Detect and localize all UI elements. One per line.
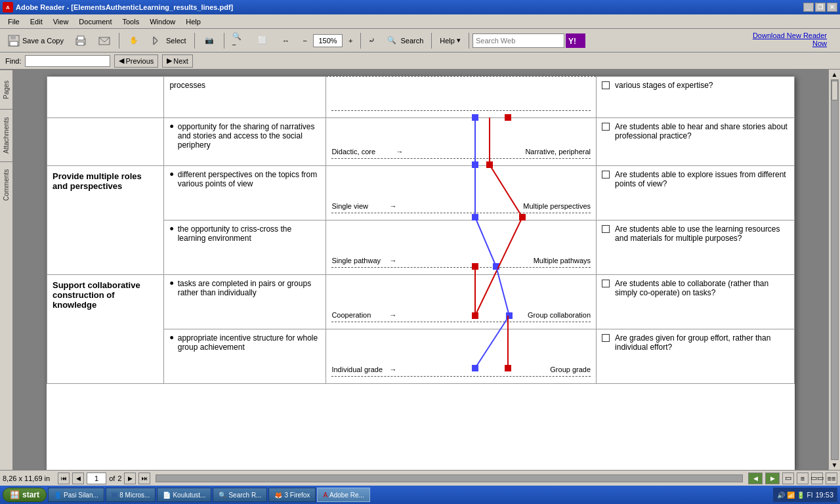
continuum-cell-narrative: Didactic, core → Narrative, peripheral bbox=[326, 118, 597, 166]
clock: 19:53 bbox=[815, 491, 833, 499]
arrow-perspectives-2: → bbox=[389, 257, 396, 264]
prev-page-button[interactable]: ◀ bbox=[72, 472, 84, 484]
search-toolbar-button[interactable]: 🔍 Search bbox=[381, 32, 428, 50]
table-row-perspectives-1: Provide multiple roles and perspectives … bbox=[47, 166, 795, 220]
horizontal-scrollbar[interactable] bbox=[156, 474, 743, 482]
zoom-level-input[interactable]: 150% bbox=[313, 34, 343, 47]
taskbar-item-firefox[interactable]: 🦊 3 Firefox bbox=[268, 488, 316, 502]
taskbar-icon-koulutust: 📄 bbox=[163, 492, 171, 499]
cont-right-perspectives-1: Multiple perspectives bbox=[402, 202, 591, 210]
fit-width-button[interactable]: ↔ bbox=[275, 32, 297, 50]
select-icon bbox=[151, 34, 164, 47]
arrow-collab-2: → bbox=[389, 366, 396, 373]
main-area: Pages Attachments Comments bbox=[0, 70, 840, 470]
menu-window[interactable]: Window bbox=[144, 16, 180, 27]
table-row-collab-1: Support collaborative construction of kn… bbox=[47, 275, 795, 329]
find-input[interactable] bbox=[25, 55, 110, 67]
previous-button[interactable]: ◀ Previous bbox=[114, 54, 158, 68]
select-tool-button[interactable]: Select bbox=[146, 32, 191, 50]
menu-view[interactable]: View bbox=[48, 16, 74, 27]
zoom-minus-button[interactable]: − bbox=[299, 32, 312, 50]
taskbar-item-adobe[interactable]: A Adobe Re... bbox=[317, 488, 369, 502]
search-web-input[interactable] bbox=[472, 33, 564, 48]
yahoo-button[interactable]: Y! bbox=[566, 33, 585, 48]
zoom-plus-button[interactable]: + bbox=[344, 32, 357, 50]
checkbox-collab-1: Are students able to collaborate (rather… bbox=[602, 279, 789, 297]
save-icon bbox=[7, 34, 20, 47]
checkbox-icon-processes[interactable] bbox=[602, 81, 610, 89]
nav-forward-button[interactable]: ▶ bbox=[765, 472, 780, 484]
indicator-text-collab-1: tasks are completed in pairs or groups r… bbox=[178, 279, 321, 297]
prev-arrow-icon: ◀ bbox=[119, 56, 124, 65]
checkbox-icon-perspectives-1[interactable] bbox=[602, 171, 610, 178]
menu-document[interactable]: Document bbox=[74, 16, 117, 27]
next-page-button[interactable]: ▶ bbox=[124, 472, 136, 484]
fit-page-button[interactable]: ⬜ bbox=[251, 32, 274, 50]
single-page-view-button[interactable]: ▭ bbox=[782, 472, 794, 484]
select-label: Select bbox=[166, 37, 186, 45]
two-page-view-button[interactable]: ▭▭ bbox=[811, 472, 823, 484]
svg-rect-1 bbox=[10, 35, 16, 39]
email-button[interactable] bbox=[93, 32, 116, 50]
indicator-text-narrative: opportunity for the sharing of narrative… bbox=[178, 122, 321, 150]
scroll-up-arrow[interactable]: ▲ bbox=[831, 71, 838, 78]
sidebar-tab-attachments[interactable]: Attachments bbox=[0, 109, 12, 161]
menu-help[interactable]: Help bbox=[180, 16, 206, 27]
two-page-continuous-button[interactable]: ≡≡ bbox=[826, 472, 837, 484]
svg-rect-2 bbox=[10, 41, 18, 46]
continuous-view-button[interactable]: ≡ bbox=[797, 472, 808, 484]
checkbox-icon-collab-2[interactable] bbox=[602, 334, 610, 342]
close-button[interactable]: ✕ bbox=[827, 3, 837, 12]
question-text-perspectives-1: Are students able to explore issues from… bbox=[615, 170, 789, 188]
content-table: processes various sta bbox=[47, 76, 795, 384]
arrow-narrative: → bbox=[396, 148, 403, 156]
save-copy-label: Save a Copy bbox=[22, 37, 64, 45]
menu-file[interactable]: File bbox=[3, 16, 25, 27]
continuum-cell-perspectives-1: Single view → Multiple perspectives bbox=[326, 166, 597, 220]
zoom-out-button[interactable]: 🔍− bbox=[228, 32, 250, 50]
checkbox-icon-collab-1[interactable] bbox=[602, 280, 610, 287]
separator-6 bbox=[469, 33, 469, 49]
nav-back-button[interactable]: ◀ bbox=[748, 472, 763, 484]
checkbox-icon-narrative[interactable] bbox=[602, 123, 610, 131]
next-button[interactable]: ▶ Next bbox=[162, 54, 193, 68]
indicators-cell-perspectives-2: • the opportunity to criss-cross the lea… bbox=[164, 220, 326, 275]
help-button[interactable]: Help ▾ bbox=[435, 32, 465, 50]
page-number-input[interactable]: 1 bbox=[87, 472, 106, 484]
title-bar: A Adobe Reader - [ElementsAuthenticLearn… bbox=[0, 0, 840, 14]
sidebar-tab-comments[interactable]: Comments bbox=[0, 161, 12, 207]
scroll-down-arrow[interactable]: ▼ bbox=[831, 461, 838, 469]
scroll-thumb[interactable] bbox=[831, 81, 838, 100]
cont-left-narrative: Didactic, core bbox=[331, 148, 390, 156]
title-bar-left: A Adobe Reader - [ElementsAuthenticLearn… bbox=[3, 2, 233, 12]
checkbox-icon-perspectives-2[interactable] bbox=[602, 225, 610, 233]
menu-bar: File Edit View Document Tools Window Hel… bbox=[0, 14, 840, 29]
print-button[interactable] bbox=[70, 32, 92, 50]
download-link[interactable]: Download New Reader Now bbox=[753, 32, 827, 47]
indicator-collab-2: • appropriate incentive structure for wh… bbox=[169, 333, 320, 352]
page-dimensions: 8,26 x 11,69 in bbox=[3, 474, 50, 482]
start-button[interactable]: 🪟 start bbox=[3, 488, 47, 502]
hand-tool-button[interactable]: ✋ bbox=[123, 32, 145, 50]
print-icon bbox=[74, 34, 87, 47]
menu-tools[interactable]: Tools bbox=[117, 16, 145, 27]
right-scrollbar[interactable]: ▲ ▼ bbox=[828, 70, 840, 470]
restore-button[interactable]: ❐ bbox=[815, 3, 826, 12]
last-page-button[interactable]: ⏭ bbox=[138, 472, 150, 484]
separator-3 bbox=[224, 33, 224, 49]
snapshot-button[interactable]: 📷 bbox=[198, 32, 220, 50]
save-copy-button[interactable]: Save a Copy bbox=[3, 32, 68, 50]
minimize-button[interactable]: _ bbox=[803, 3, 814, 12]
menu-edit[interactable]: Edit bbox=[25, 16, 48, 27]
first-page-button[interactable]: ⏮ bbox=[58, 472, 70, 484]
taskbar-item-pasi[interactable]: 👤 Pasi Silan... bbox=[48, 488, 104, 502]
cont-left-collab-2: Individual grade bbox=[331, 366, 384, 373]
taskbar-item-koulutust[interactable]: 📄 Koulutust... bbox=[157, 488, 211, 502]
taskbar-item-word[interactable]: W 8 Micros... bbox=[106, 488, 156, 502]
svg-text:Y!: Y! bbox=[568, 37, 576, 46]
rotate-button[interactable]: ⤾ bbox=[364, 32, 379, 50]
document-area[interactable]: processes various sta bbox=[13, 70, 828, 470]
scroll-track[interactable] bbox=[831, 79, 839, 460]
taskbar-item-search[interactable]: 🔍 Search R... bbox=[213, 488, 267, 502]
sidebar-tab-pages[interactable]: Pages bbox=[0, 70, 12, 109]
